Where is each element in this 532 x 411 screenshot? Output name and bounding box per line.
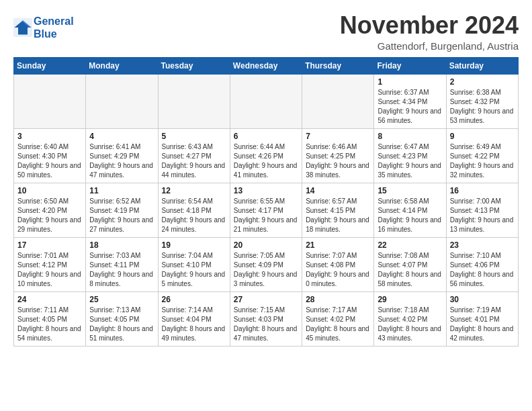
day-number: 25 xyxy=(89,295,154,304)
day-info: Sunrise: 6:43 AM Sunset: 4:27 PM Dayligh… xyxy=(162,142,226,180)
calendar-cell: 14Sunrise: 6:57 AM Sunset: 4:15 PM Dayli… xyxy=(302,183,374,237)
day-info: Sunrise: 7:14 AM Sunset: 4:04 PM Dayligh… xyxy=(162,306,226,343)
day-info: Sunrise: 7:17 AM Sunset: 4:02 PM Dayligh… xyxy=(306,306,370,343)
day-info: Sunrise: 6:57 AM Sunset: 4:15 PM Dayligh… xyxy=(306,197,370,234)
day-info: Sunrise: 7:03 AM Sunset: 4:11 PM Dayligh… xyxy=(89,251,154,289)
calendar-cell: 5Sunrise: 6:43 AM Sunset: 4:27 PM Daylig… xyxy=(158,128,230,183)
logo: General Blue xyxy=(13,15,74,40)
calendar-cell: 11Sunrise: 6:52 AM Sunset: 4:19 PM Dayli… xyxy=(86,183,158,237)
weekday-header-friday: Friday xyxy=(374,57,446,74)
day-number: 18 xyxy=(89,240,154,250)
day-number: 29 xyxy=(378,295,442,304)
day-number: 30 xyxy=(450,295,515,304)
day-info: Sunrise: 7:01 AM Sunset: 4:12 PM Dayligh… xyxy=(17,251,82,289)
day-number: 2 xyxy=(450,77,515,87)
logo-icon xyxy=(13,18,32,37)
day-number: 28 xyxy=(306,295,370,304)
title-block: November 2024 Gattendorf, Burgenland, Au… xyxy=(340,12,519,52)
day-info: Sunrise: 6:37 AM Sunset: 4:34 PM Dayligh… xyxy=(378,88,442,126)
day-number: 26 xyxy=(162,295,226,304)
day-number: 22 xyxy=(378,240,442,250)
day-info: Sunrise: 7:04 AM Sunset: 4:10 PM Dayligh… xyxy=(162,251,226,289)
day-info: Sunrise: 7:10 AM Sunset: 4:06 PM Dayligh… xyxy=(450,251,515,289)
day-number: 9 xyxy=(450,132,515,141)
weekday-header-wednesday: Wednesday xyxy=(230,57,302,74)
day-number: 1 xyxy=(378,77,442,87)
calendar-cell: 9Sunrise: 6:49 AM Sunset: 4:22 PM Daylig… xyxy=(446,128,518,183)
day-info: Sunrise: 7:08 AM Sunset: 4:07 PM Dayligh… xyxy=(378,251,442,289)
calendar-cell xyxy=(14,74,86,128)
day-number: 12 xyxy=(162,186,226,195)
calendar-cell: 19Sunrise: 7:04 AM Sunset: 4:10 PM Dayli… xyxy=(158,237,230,291)
calendar-cell: 15Sunrise: 6:58 AM Sunset: 4:14 PM Dayli… xyxy=(374,183,446,237)
calendar-week-2: 3Sunrise: 6:40 AM Sunset: 4:30 PM Daylig… xyxy=(14,128,519,183)
weekday-header-sunday: Sunday xyxy=(14,57,86,74)
day-number: 10 xyxy=(17,186,82,195)
calendar-cell: 16Sunrise: 7:00 AM Sunset: 4:13 PM Dayli… xyxy=(446,183,518,237)
day-info: Sunrise: 6:50 AM Sunset: 4:20 PM Dayligh… xyxy=(17,197,82,234)
day-info: Sunrise: 6:40 AM Sunset: 4:30 PM Dayligh… xyxy=(17,142,82,180)
weekday-header-tuesday: Tuesday xyxy=(158,57,230,74)
day-number: 16 xyxy=(450,186,515,195)
day-info: Sunrise: 7:00 AM Sunset: 4:13 PM Dayligh… xyxy=(450,197,515,234)
day-number: 11 xyxy=(89,186,154,195)
day-number: 21 xyxy=(306,240,370,250)
day-number: 3 xyxy=(17,132,82,141)
day-info: Sunrise: 6:44 AM Sunset: 4:26 PM Dayligh… xyxy=(234,142,298,180)
calendar-cell: 10Sunrise: 6:50 AM Sunset: 4:20 PM Dayli… xyxy=(14,183,86,237)
calendar-week-4: 17Sunrise: 7:01 AM Sunset: 4:12 PM Dayli… xyxy=(14,237,519,291)
calendar-cell: 24Sunrise: 7:11 AM Sunset: 4:05 PM Dayli… xyxy=(14,291,86,346)
weekday-header-thursday: Thursday xyxy=(302,57,374,74)
calendar-cell: 27Sunrise: 7:15 AM Sunset: 4:03 PM Dayli… xyxy=(230,291,302,346)
day-info: Sunrise: 6:41 AM Sunset: 4:29 PM Dayligh… xyxy=(89,142,154,180)
day-number: 8 xyxy=(378,132,442,141)
day-number: 7 xyxy=(306,132,370,141)
day-number: 5 xyxy=(162,132,226,141)
day-number: 20 xyxy=(234,240,298,250)
day-number: 27 xyxy=(234,295,298,304)
day-number: 4 xyxy=(89,132,154,141)
calendar-cell xyxy=(86,74,158,128)
calendar-cell: 13Sunrise: 6:55 AM Sunset: 4:17 PM Dayli… xyxy=(230,183,302,237)
calendar-table: SundayMondayTuesdayWednesdayThursdayFrid… xyxy=(13,57,519,347)
day-info: Sunrise: 6:47 AM Sunset: 4:23 PM Dayligh… xyxy=(378,142,442,180)
calendar-cell: 6Sunrise: 6:44 AM Sunset: 4:26 PM Daylig… xyxy=(230,128,302,183)
weekday-header-monday: Monday xyxy=(86,57,158,74)
calendar-cell: 7Sunrise: 6:46 AM Sunset: 4:25 PM Daylig… xyxy=(302,128,374,183)
calendar-header-row: SundayMondayTuesdayWednesdayThursdayFrid… xyxy=(14,57,519,74)
day-info: Sunrise: 7:11 AM Sunset: 4:05 PM Dayligh… xyxy=(17,306,82,343)
day-info: Sunrise: 6:58 AM Sunset: 4:14 PM Dayligh… xyxy=(378,197,442,234)
calendar-cell: 23Sunrise: 7:10 AM Sunset: 4:06 PM Dayli… xyxy=(446,237,518,291)
calendar-cell xyxy=(230,74,302,128)
calendar-cell: 25Sunrise: 7:13 AM Sunset: 4:05 PM Dayli… xyxy=(86,291,158,346)
day-number: 13 xyxy=(234,186,298,195)
day-info: Sunrise: 7:18 AM Sunset: 4:02 PM Dayligh… xyxy=(378,306,442,343)
day-info: Sunrise: 6:38 AM Sunset: 4:32 PM Dayligh… xyxy=(450,88,515,126)
calendar-cell: 26Sunrise: 7:14 AM Sunset: 4:04 PM Dayli… xyxy=(158,291,230,346)
day-info: Sunrise: 6:54 AM Sunset: 4:18 PM Dayligh… xyxy=(162,197,226,234)
calendar-cell: 1Sunrise: 6:37 AM Sunset: 4:34 PM Daylig… xyxy=(374,74,446,128)
calendar-cell: 17Sunrise: 7:01 AM Sunset: 4:12 PM Dayli… xyxy=(14,237,86,291)
calendar-week-1: 1Sunrise: 6:37 AM Sunset: 4:34 PM Daylig… xyxy=(14,74,519,128)
logo-text: General Blue xyxy=(34,15,74,40)
day-info: Sunrise: 6:46 AM Sunset: 4:25 PM Dayligh… xyxy=(306,142,370,180)
calendar-cell: 2Sunrise: 6:38 AM Sunset: 4:32 PM Daylig… xyxy=(446,74,518,128)
calendar-cell xyxy=(158,74,230,128)
calendar-cell: 20Sunrise: 7:05 AM Sunset: 4:09 PM Dayli… xyxy=(230,237,302,291)
calendar-week-3: 10Sunrise: 6:50 AM Sunset: 4:20 PM Dayli… xyxy=(14,183,519,237)
day-number: 19 xyxy=(162,240,226,250)
subtitle: Gattendorf, Burgenland, Austria xyxy=(340,40,519,52)
month-title: November 2024 xyxy=(340,12,519,39)
calendar-cell: 4Sunrise: 6:41 AM Sunset: 4:29 PM Daylig… xyxy=(86,128,158,183)
day-info: Sunrise: 7:07 AM Sunset: 4:08 PM Dayligh… xyxy=(306,251,370,289)
day-info: Sunrise: 7:19 AM Sunset: 4:01 PM Dayligh… xyxy=(450,306,515,343)
day-info: Sunrise: 7:13 AM Sunset: 4:05 PM Dayligh… xyxy=(89,306,154,343)
calendar-cell: 30Sunrise: 7:19 AM Sunset: 4:01 PM Dayli… xyxy=(446,291,518,346)
page-container: General Blue November 2024 Gattendorf, B… xyxy=(0,0,532,353)
day-number: 17 xyxy=(17,240,82,250)
day-info: Sunrise: 7:15 AM Sunset: 4:03 PM Dayligh… xyxy=(234,306,298,343)
day-number: 6 xyxy=(234,132,298,141)
calendar-cell: 3Sunrise: 6:40 AM Sunset: 4:30 PM Daylig… xyxy=(14,128,86,183)
day-number: 23 xyxy=(450,240,515,250)
header: General Blue November 2024 Gattendorf, B… xyxy=(13,12,519,52)
